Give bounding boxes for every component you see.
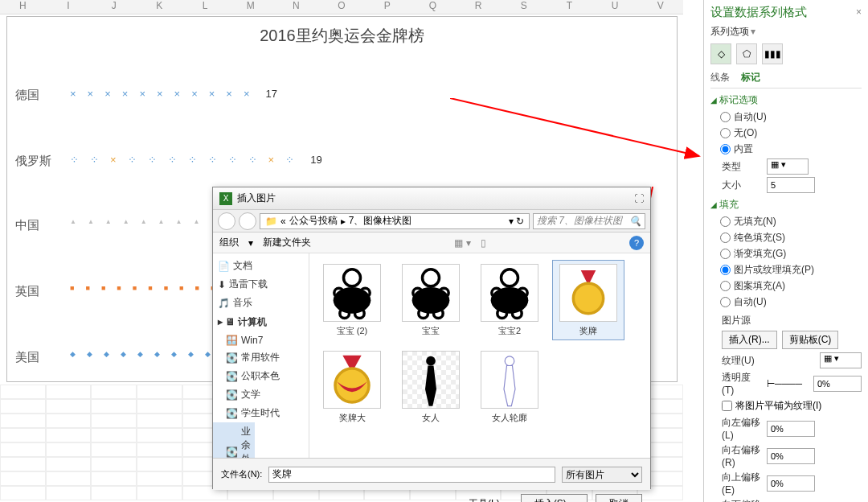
series-options-label[interactable]: 系列选项 bbox=[710, 26, 749, 37]
fill-pic[interactable] bbox=[720, 265, 731, 275]
section-fill[interactable]: 填充 bbox=[710, 198, 862, 212]
radio-builtin[interactable] bbox=[720, 144, 731, 154]
file-list[interactable]: 宝宝 (2)宝宝宝宝2奖牌奖牌大女人女人轮廓 bbox=[309, 253, 650, 458]
column-headers: HIJKLMNOPQRSTUV bbox=[0, 0, 683, 14]
insert-picture-dialog: X 插入图片 ⛶ 📁 « 公众号投稿 ▸ 7、图像柱状图 ▾ ↻ 搜索 7、图像… bbox=[212, 187, 651, 489]
back-button[interactable] bbox=[218, 212, 235, 230]
file-tile[interactable]: 女人 bbox=[395, 347, 467, 427]
help-icon[interactable]: ? bbox=[629, 236, 644, 250]
tools-menu[interactable]: 工具(L) bbox=[469, 497, 500, 503]
marker-size-input[interactable] bbox=[767, 177, 815, 193]
cancel-button[interactable]: 取消 bbox=[596, 494, 642, 503]
clipboard-button[interactable]: 剪贴板(C) bbox=[782, 331, 839, 349]
format-pane: 设置数据系列格式 × 系列选项▾ ◇ ⬠ ▮▮▮ 线条 标记 标记选项 自动(U… bbox=[703, 0, 868, 502]
offset-right[interactable] bbox=[767, 448, 815, 464]
chevron-down-icon[interactable]: ▾ bbox=[751, 26, 755, 37]
view-icon[interactable]: ▦ ▾ bbox=[454, 237, 470, 249]
file-tile[interactable]: 宝宝 bbox=[395, 260, 467, 340]
svg-point-8 bbox=[423, 270, 440, 286]
dialog-title: 插入图片 bbox=[237, 191, 276, 205]
svg-point-3 bbox=[334, 287, 371, 314]
filename-label: 文件名(N): bbox=[221, 468, 262, 480]
fill-patt[interactable] bbox=[720, 281, 731, 291]
radio-auto[interactable] bbox=[720, 112, 731, 122]
excel-icon: X bbox=[219, 192, 232, 205]
effects-icon[interactable]: ⬠ bbox=[736, 43, 757, 64]
insert-pic-button[interactable]: 插入(R)... bbox=[722, 331, 777, 349]
path-breadcrumb[interactable]: 📁 « 公众号投稿 ▸ 7、图像柱状图 ▾ ↻ bbox=[260, 213, 530, 229]
svg-point-14 bbox=[502, 270, 518, 286]
svg-point-2 bbox=[344, 270, 361, 286]
close-icon[interactable]: × bbox=[856, 6, 862, 18]
svg-point-22 bbox=[426, 356, 436, 366]
fill-none[interactable] bbox=[720, 216, 731, 227]
pic-src-label: 图片源 bbox=[722, 314, 862, 327]
folder-tree[interactable]: 📄文档 ⬇迅雷下载 🎵音乐 ▸ 🖥 计算机 🪟Win7 💽常用软件 💽公职本色 … bbox=[213, 253, 309, 458]
preview-icon[interactable]: ▯ bbox=[481, 237, 486, 249]
search-input[interactable]: 搜索 7、图像柱状图🔍 bbox=[533, 213, 645, 229]
dialog-close-icon[interactable]: ⛶ bbox=[634, 193, 644, 204]
fill-solid[interactable] bbox=[720, 232, 731, 243]
new-folder-button[interactable]: 新建文件夹 bbox=[263, 236, 311, 249]
svg-point-20 bbox=[573, 283, 603, 313]
offset-left[interactable] bbox=[767, 421, 815, 437]
forward-button[interactable] bbox=[239, 212, 256, 230]
file-tile[interactable]: 奖牌 bbox=[552, 260, 624, 340]
file-tile[interactable]: 奖牌大 bbox=[316, 347, 388, 427]
transparency-input[interactable] bbox=[813, 376, 862, 392]
svg-point-15 bbox=[491, 287, 529, 314]
fill-auto[interactable] bbox=[720, 297, 731, 307]
svg-point-23 bbox=[505, 356, 514, 366]
filetype-select[interactable]: 所有图片 bbox=[562, 467, 642, 483]
svg-point-9 bbox=[412, 287, 450, 314]
filename-input[interactable] bbox=[268, 467, 555, 483]
section-marker-options[interactable]: 标记选项 bbox=[710, 93, 862, 107]
chart-title: 2016里约奥运会金牌榜 bbox=[7, 25, 677, 47]
fill-grad[interactable] bbox=[720, 249, 731, 259]
organize-menu[interactable]: 组织 bbox=[219, 236, 239, 249]
series-icon[interactable]: ▮▮▮ bbox=[762, 43, 783, 64]
tile-checkbox[interactable] bbox=[722, 401, 732, 411]
radio-none[interactable] bbox=[720, 128, 731, 138]
texture-select[interactable]: ▦ ▾ bbox=[820, 352, 862, 368]
file-tile[interactable]: 宝宝2 bbox=[473, 260, 546, 340]
marker-type-select[interactable]: ▦ ▾ bbox=[767, 158, 809, 175]
pane-title: 设置数据系列格式 bbox=[710, 5, 862, 20]
tab-marker[interactable]: 标记 bbox=[741, 71, 760, 84]
file-tile[interactable]: 女人轮廓 bbox=[473, 347, 546, 427]
offset-top[interactable] bbox=[767, 475, 815, 492]
file-tile[interactable]: 宝宝 (2) bbox=[316, 260, 388, 340]
insert-button[interactable]: 插入(S) ▾ bbox=[521, 494, 588, 503]
fill-line-icon[interactable]: ◇ bbox=[710, 43, 731, 64]
tab-line[interactable]: 线条 bbox=[710, 71, 730, 84]
